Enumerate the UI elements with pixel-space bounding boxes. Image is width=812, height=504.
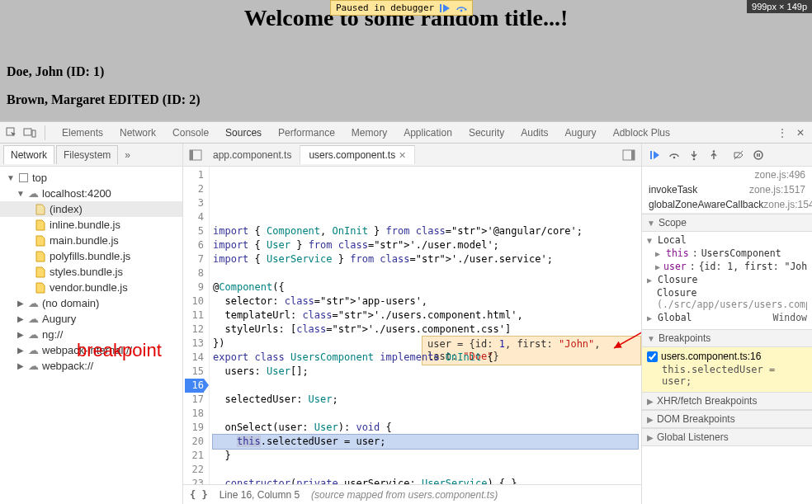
code-line[interactable] — [213, 407, 638, 421]
toggle-debugger-icon[interactable] — [620, 149, 638, 161]
breakpoint-checkbox[interactable] — [647, 351, 658, 362]
close-tab-icon[interactable]: ✕ — [399, 150, 406, 161]
resume-icon[interactable] — [439, 3, 451, 13]
callstack-loc-2[interactable]: zone.js:1543 — [763, 199, 812, 210]
callstack-loc-1[interactable]: zone.js:1517 — [749, 184, 805, 195]
tree-file[interactable]: polyfills.bundle.js — [0, 248, 182, 264]
line-number[interactable]: 20 — [185, 435, 204, 449]
code-line[interactable]: selectedUser: User; — [213, 393, 638, 407]
breakpoint-marker[interactable]: 16 — [185, 379, 204, 393]
editor-tab[interactable]: app.component.ts — [205, 145, 300, 164]
callstack-name-2[interactable]: globalZoneAwareCallback — [649, 199, 763, 210]
xhr-breakpoints-header[interactable]: ▶XHR/fetch Breakpoints — [642, 392, 812, 410]
tree-file[interactable]: vendor.bundle.js — [0, 280, 182, 295]
devtools-tab-performance[interactable]: Performance — [270, 122, 343, 144]
deactivate-breakpoints-icon[interactable] — [731, 148, 746, 163]
code-line[interactable]: import { UserService } from class="str">… — [213, 252, 638, 266]
step-over-icon[interactable] — [456, 3, 467, 13]
tree-file[interactable]: main.bundle.js — [0, 233, 182, 248]
device-toggle-icon[interactable] — [23, 126, 36, 139]
line-number[interactable]: 10 — [185, 294, 204, 309]
code-line[interactable]: }) — [213, 337, 638, 351]
line-number[interactable]: 8 — [185, 266, 204, 280]
scope-local-header[interactable]: ▼Local — [647, 233, 807, 247]
line-number[interactable]: 3 — [185, 196, 204, 210]
code-line[interactable]: import { User } from class="str">'./user… — [213, 238, 638, 252]
kebab-menu-icon[interactable]: ⋮ — [776, 126, 789, 139]
inspect-element-icon[interactable] — [5, 126, 18, 139]
devtools-tab-sources[interactable]: Sources — [217, 122, 270, 145]
user-entry-1[interactable]: Doe, John (ID: 1) — [7, 64, 104, 79]
code-line[interactable]: users: User[]; — [213, 365, 638, 379]
nav-tab-more[interactable]: » — [120, 149, 135, 161]
line-number[interactable]: 18 — [185, 407, 204, 421]
scope-global[interactable]: ▶GlobalWindow — [647, 311, 807, 324]
devtools-tab-application[interactable]: Application — [395, 122, 460, 144]
line-number[interactable]: 11 — [185, 309, 204, 323]
nav-tab-filesystem[interactable]: Filesystem — [56, 145, 118, 164]
tree-file[interactable]: inline.bundle.js — [0, 217, 182, 233]
line-number[interactable]: 17 — [185, 393, 204, 407]
devtools-tab-memory[interactable]: Memory — [343, 122, 395, 144]
code-line[interactable]: this.selectedUser = user; — [213, 435, 638, 449]
line-number[interactable]: 22 — [185, 463, 204, 477]
tree-domain[interactable]: ▶☁Augury — [0, 311, 182, 327]
devtools-tab-network[interactable]: Network — [111, 122, 164, 144]
devtools-tab-security[interactable]: Security — [460, 122, 512, 144]
line-number[interactable]: 5 — [185, 224, 204, 238]
line-number[interactable]: 4 — [185, 210, 204, 224]
scope-this[interactable]: ▶this: UsersComponent — [647, 247, 807, 260]
user-entry-2[interactable]: Brown, Margaret EDITED (ID: 2) — [7, 92, 201, 107]
line-number[interactable]: 12 — [185, 323, 204, 337]
line-number[interactable]: 1 — [185, 168, 204, 182]
line-number[interactable]: 14 — [185, 351, 204, 365]
close-devtools-icon[interactable]: ✕ — [794, 126, 807, 139]
tree-file[interactable]: (index) — [0, 201, 182, 217]
callstack-loc-0[interactable]: zone.js:496 — [755, 169, 805, 181]
code-line[interactable]: onSelect(user: User): void { — [213, 421, 638, 435]
tree-file[interactable]: styles.bundle.js — [0, 264, 182, 280]
line-number[interactable]: 23 — [185, 477, 204, 484]
line-number[interactable]: 7 — [185, 252, 204, 266]
devtools-tab-adblock-plus[interactable]: Adblock Plus — [605, 122, 678, 144]
line-number[interactable]: 19 — [185, 421, 204, 435]
line-number[interactable]: 9 — [185, 280, 204, 294]
resume-button-icon[interactable] — [647, 148, 662, 163]
line-number[interactable]: 13 — [185, 337, 204, 351]
scope-closure-1[interactable]: ▶Closure — [647, 273, 807, 286]
code-line[interactable]: } — [213, 449, 638, 463]
breakpoint-item[interactable]: users.component.ts:16 — [645, 349, 809, 364]
scope-closure-2[interactable]: Closure(./src/app/users/users.component.… — [647, 286, 807, 311]
nav-tab-network[interactable]: Network — [3, 145, 54, 164]
dom-breakpoints-header[interactable]: ▶DOM Breakpoints — [642, 410, 812, 428]
step-into-icon[interactable] — [687, 148, 701, 163]
line-number[interactable]: 21 — [185, 449, 204, 463]
breakpoints-header[interactable]: ▼Breakpoints — [642, 329, 812, 347]
step-over-button-icon[interactable] — [667, 148, 682, 163]
code-line[interactable]: templateUrl: class="str">'./users.compon… — [213, 309, 638, 323]
tree-host[interactable]: ▼☁ localhost:4200 — [0, 186, 182, 201]
devtools-tab-augury[interactable]: Augury — [557, 122, 605, 144]
code-line[interactable]: @Component({ — [213, 280, 638, 294]
code-line[interactable]: styleUrls: [class="str">'./users.compone… — [213, 323, 638, 337]
tree-domain[interactable]: ▶☁(no domain) — [0, 295, 182, 311]
code-line[interactable]: import { Component, OnInit } from class=… — [213, 224, 638, 238]
devtools-tab-audits[interactable]: Audits — [512, 122, 556, 144]
code-line[interactable] — [213, 379, 638, 393]
code-line[interactable] — [213, 266, 638, 280]
scope-header[interactable]: ▼Scope — [642, 214, 812, 232]
toggle-navigator-icon[interactable] — [186, 149, 205, 161]
line-number[interactable]: 6 — [185, 238, 204, 252]
code-line[interactable]: constructor(private userService: UserSer… — [213, 477, 638, 484]
pause-on-exceptions-icon[interactable] — [751, 148, 766, 163]
line-number[interactable]: 15 — [185, 365, 204, 379]
callstack-name-1[interactable]: invokeTask — [649, 184, 697, 195]
step-out-icon[interactable] — [706, 148, 721, 163]
code-line[interactable]: export class UsersComponent implements O… — [213, 351, 638, 365]
code-line[interactable] — [213, 463, 638, 477]
devtools-tab-elements[interactable]: Elements — [54, 122, 111, 144]
code-line[interactable]: selector: class="str">'app-users', — [213, 294, 638, 309]
tree-top[interactable]: ▼ top — [0, 170, 182, 186]
scope-user[interactable]: ▶user: {id: 1, first: "Joh — [647, 260, 807, 273]
devtools-tab-console[interactable]: Console — [164, 122, 217, 144]
